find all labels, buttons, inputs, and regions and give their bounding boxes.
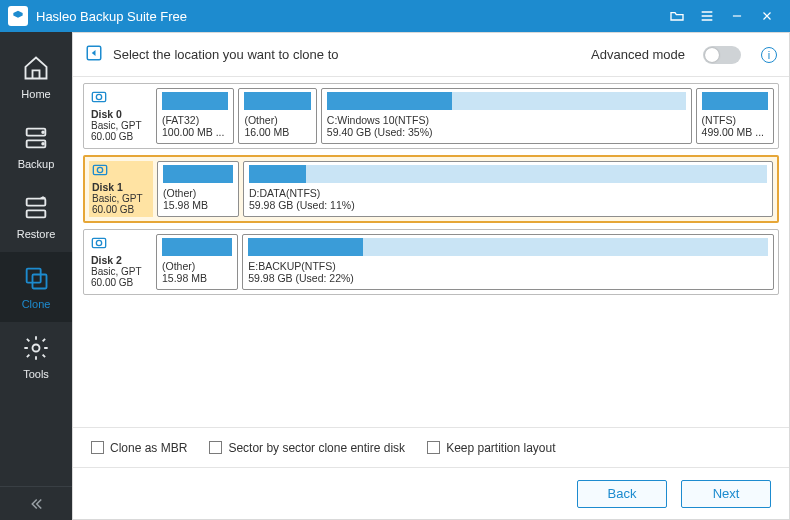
sidebar-item-tools[interactable]: Tools xyxy=(0,322,72,392)
disk-name: Disk 1 xyxy=(92,181,150,193)
instruction-bar: Select the location you want to clone to… xyxy=(73,33,789,77)
menu-button[interactable] xyxy=(692,0,722,32)
option-label: Clone as MBR xyxy=(110,441,187,455)
instruction-text: Select the location you want to clone to xyxy=(113,47,581,62)
sidebar: Home Backup Restore Clone Tools xyxy=(0,32,72,520)
disk-row[interactable]: Disk 2Basic, GPT60.00 GB(Other)15.98 MBE… xyxy=(83,229,779,295)
partition-size: 59.98 GB (Used: 22%) xyxy=(248,272,768,284)
partition[interactable]: (Other)16.00 MB xyxy=(238,88,316,144)
svg-rect-7 xyxy=(33,275,47,289)
disk-row[interactable]: Disk 1Basic, GPT60.00 GB(Other)15.98 MBD… xyxy=(83,155,779,223)
partition-label: (Other) xyxy=(163,187,233,199)
disk-name: Disk 0 xyxy=(91,108,149,120)
close-button[interactable] xyxy=(752,0,782,32)
partition[interactable]: E:BACKUP(NTFS)59.98 GB (Used: 22%) xyxy=(242,234,774,290)
svg-rect-5 xyxy=(27,210,46,217)
usage-bar xyxy=(249,165,767,183)
partition[interactable]: (FAT32)100.00 MB ... xyxy=(156,88,234,144)
app-logo-icon xyxy=(8,6,28,26)
svg-point-15 xyxy=(96,240,101,245)
app-title: Hasleo Backup Suite Free xyxy=(36,9,662,24)
disk-icon xyxy=(91,236,149,252)
usage-bar xyxy=(244,92,310,110)
partition-size: 16.00 MB xyxy=(244,126,310,138)
target-icon xyxy=(85,44,103,66)
partition[interactable]: (NTFS)499.00 MB ... xyxy=(696,88,774,144)
usage-bar xyxy=(162,238,232,256)
disk-info: Basic, GPT xyxy=(91,120,149,131)
partition[interactable]: (Other)15.98 MB xyxy=(156,234,238,290)
svg-point-8 xyxy=(33,345,40,352)
disk-size: 60.00 GB xyxy=(92,204,150,215)
option-sector-by-sector[interactable]: Sector by sector clone entire disk xyxy=(209,441,405,455)
back-button[interactable]: Back xyxy=(577,480,667,508)
disk-info: Basic, GPT xyxy=(91,266,149,277)
svg-point-13 xyxy=(97,167,102,172)
usage-bar xyxy=(248,238,768,256)
svg-point-3 xyxy=(42,143,44,145)
option-label: Sector by sector clone entire disk xyxy=(228,441,405,455)
partition-size: 59.98 GB (Used: 11%) xyxy=(249,199,767,211)
disk-header: Disk 1Basic, GPT60.00 GB xyxy=(89,161,153,217)
svg-point-2 xyxy=(42,131,44,133)
disk-header: Disk 0Basic, GPT60.00 GB xyxy=(88,88,152,144)
advanced-mode-label: Advanced mode xyxy=(591,47,685,62)
partition-label: C:Windows 10(NTFS) xyxy=(327,114,686,126)
disk-name: Disk 2 xyxy=(91,254,149,266)
usage-bar xyxy=(327,92,686,110)
usage-bar xyxy=(163,165,233,183)
partition-size: 59.40 GB (Used: 35%) xyxy=(327,126,686,138)
checkbox-icon xyxy=(91,441,104,454)
partition-label: (Other) xyxy=(244,114,310,126)
sidebar-item-home[interactable]: Home xyxy=(0,42,72,112)
disk-size: 60.00 GB xyxy=(91,277,149,288)
disk-header: Disk 2Basic, GPT60.00 GB xyxy=(88,234,152,290)
partition-size: 15.98 MB xyxy=(163,199,233,211)
disk-info: Basic, GPT xyxy=(92,193,150,204)
partition[interactable]: (Other)15.98 MB xyxy=(157,161,239,217)
usage-bar xyxy=(162,92,228,110)
sidebar-item-label: Tools xyxy=(23,368,49,380)
disk-icon xyxy=(91,90,149,106)
sidebar-collapse-button[interactable] xyxy=(0,486,72,520)
partition[interactable]: D:DATA(NTFS)59.98 GB (Used: 11%) xyxy=(243,161,773,217)
partition-label: (FAT32) xyxy=(162,114,228,126)
main-panel: Select the location you want to clone to… xyxy=(72,32,790,520)
option-label: Keep partition layout xyxy=(446,441,555,455)
disk-size: 60.00 GB xyxy=(91,131,149,142)
sidebar-item-label: Backup xyxy=(18,158,55,170)
sidebar-item-label: Restore xyxy=(17,228,56,240)
disk-list: Disk 0Basic, GPT60.00 GB(FAT32)100.00 MB… xyxy=(73,77,789,427)
footer: Back Next xyxy=(73,467,789,519)
clone-options: Clone as MBR Sector by sector clone enti… xyxy=(73,427,789,467)
option-clone-as-mbr[interactable]: Clone as MBR xyxy=(91,441,187,455)
partition-size: 100.00 MB ... xyxy=(162,126,228,138)
open-folder-button[interactable] xyxy=(662,0,692,32)
partition-label: (Other) xyxy=(162,260,232,272)
partition-label: E:BACKUP(NTFS) xyxy=(248,260,768,272)
partition-size: 15.98 MB xyxy=(162,272,232,284)
sidebar-item-clone[interactable]: Clone xyxy=(0,252,72,322)
sidebar-item-backup[interactable]: Backup xyxy=(0,112,72,182)
svg-point-11 xyxy=(96,94,101,99)
usage-bar xyxy=(702,92,768,110)
sidebar-item-restore[interactable]: Restore xyxy=(0,182,72,252)
partition-label: D:DATA(NTFS) xyxy=(249,187,767,199)
option-keep-layout[interactable]: Keep partition layout xyxy=(427,441,555,455)
svg-rect-6 xyxy=(27,269,41,283)
partition-label: (NTFS) xyxy=(702,114,768,126)
sidebar-item-label: Clone xyxy=(22,298,51,310)
advanced-mode-toggle[interactable] xyxy=(703,46,741,64)
disk-row[interactable]: Disk 0Basic, GPT60.00 GB(FAT32)100.00 MB… xyxy=(83,83,779,149)
titlebar: Hasleo Backup Suite Free xyxy=(0,0,790,32)
minimize-button[interactable] xyxy=(722,0,752,32)
partition-size: 499.00 MB ... xyxy=(702,126,768,138)
svg-rect-4 xyxy=(27,199,46,206)
checkbox-icon xyxy=(209,441,222,454)
sidebar-item-label: Home xyxy=(21,88,50,100)
info-icon[interactable]: i xyxy=(761,47,777,63)
disk-icon xyxy=(92,163,150,179)
checkbox-icon xyxy=(427,441,440,454)
partition[interactable]: C:Windows 10(NTFS)59.40 GB (Used: 35%) xyxy=(321,88,692,144)
next-button[interactable]: Next xyxy=(681,480,771,508)
